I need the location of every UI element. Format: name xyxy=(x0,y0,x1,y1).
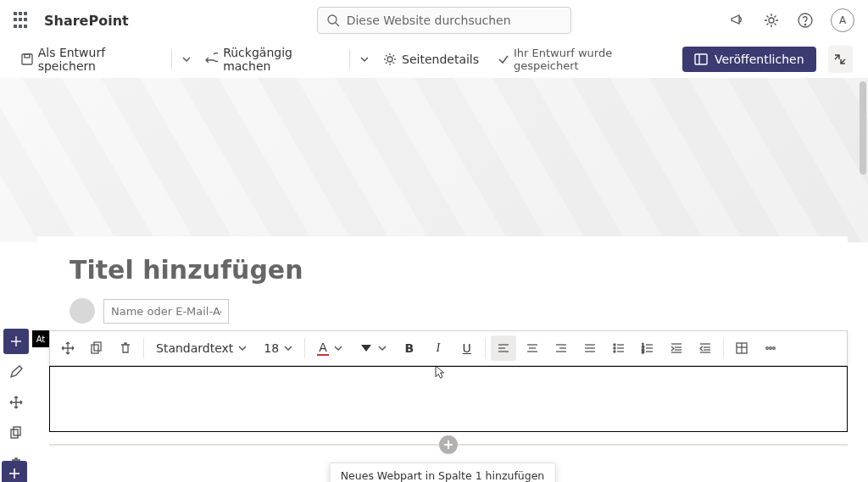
more-button[interactable] xyxy=(758,335,783,361)
divider xyxy=(171,49,172,69)
plus-icon xyxy=(443,440,453,450)
check-icon xyxy=(498,53,509,65)
page-details-button[interactable]: Seitendetails xyxy=(378,49,484,69)
svg-rect-17 xyxy=(94,342,101,351)
number-list-icon: 123 xyxy=(641,341,654,355)
webpart-tag: At xyxy=(32,330,49,347)
text-style-dropdown[interactable]: Standardtext xyxy=(149,341,253,355)
bullet-list-icon xyxy=(612,341,626,355)
svg-point-53 xyxy=(765,347,768,350)
align-left-button[interactable] xyxy=(491,335,516,361)
publish-icon xyxy=(694,53,708,66)
user-avatar[interactable]: A xyxy=(831,8,854,32)
align-justify-icon xyxy=(583,341,597,355)
page-title-input[interactable]: Titel hinzufügen xyxy=(70,255,815,285)
copy-button[interactable] xyxy=(3,420,29,446)
font-color-button[interactable]: A xyxy=(310,341,349,356)
duplicate-button[interactable] xyxy=(84,335,109,361)
copy-icon xyxy=(9,426,23,440)
author-name-input[interactable] xyxy=(103,299,229,324)
help-icon[interactable] xyxy=(797,12,814,29)
svg-point-55 xyxy=(772,347,775,350)
highlight-icon xyxy=(359,341,373,355)
move-handle[interactable] xyxy=(55,335,81,361)
chevron-down-icon xyxy=(238,344,247,352)
outdent-icon xyxy=(698,341,712,355)
plus-icon xyxy=(8,467,21,480)
undo-icon xyxy=(205,53,218,66)
trash-icon xyxy=(119,341,132,355)
svg-text:3: 3 xyxy=(642,349,644,354)
search-box[interactable]: Diese Website durchsuchen xyxy=(317,7,571,34)
search-icon xyxy=(326,14,340,27)
svg-point-7 xyxy=(387,57,392,62)
indent-icon xyxy=(670,341,683,355)
italic-icon: I xyxy=(436,341,440,355)
svg-rect-12 xyxy=(11,429,18,438)
align-left-icon xyxy=(497,341,510,355)
italic-button[interactable]: I xyxy=(426,335,451,361)
brand-label: SharePoint xyxy=(44,13,129,29)
more-icon xyxy=(764,341,777,355)
undo-button[interactable]: Rückgängig machen xyxy=(200,42,338,76)
align-right-icon xyxy=(554,341,568,355)
underline-icon: U xyxy=(463,341,471,355)
text-webpart-editor[interactable] xyxy=(49,366,848,432)
svg-rect-6 xyxy=(25,54,30,58)
move-button[interactable] xyxy=(3,390,29,415)
delete-webpart-button[interactable] xyxy=(113,335,138,361)
svg-line-1 xyxy=(336,23,339,26)
table-button[interactable] xyxy=(729,335,754,361)
plus-icon xyxy=(9,335,23,348)
gear-icon[interactable] xyxy=(763,12,780,29)
app-launcher-icon[interactable] xyxy=(14,12,31,29)
svg-point-0 xyxy=(328,15,337,24)
bullet-list-button[interactable] xyxy=(606,335,632,361)
save-status: Ihr Entwurf wurde gespeichert xyxy=(498,47,667,72)
chevron-down-icon xyxy=(284,344,292,352)
svg-rect-13 xyxy=(14,427,20,435)
bold-button[interactable]: B xyxy=(397,335,422,361)
indent-button[interactable] xyxy=(664,335,689,361)
svg-point-32 xyxy=(614,351,615,352)
edit-button[interactable] xyxy=(3,359,29,385)
save-icon xyxy=(20,53,33,66)
save-draft-chevron-icon[interactable] xyxy=(182,55,190,64)
collapse-button[interactable] xyxy=(828,46,853,73)
align-justify-button[interactable] xyxy=(577,335,603,361)
align-center-icon xyxy=(526,341,539,355)
search-placeholder: Diese Website durchsuchen xyxy=(347,14,511,27)
svg-point-31 xyxy=(614,347,615,349)
undo-chevron-icon[interactable] xyxy=(360,55,368,64)
font-size-dropdown[interactable]: 18 xyxy=(257,341,299,355)
chevron-down-icon xyxy=(378,344,387,352)
number-list-button[interactable]: 123 xyxy=(635,335,660,361)
align-center-button[interactable] xyxy=(520,335,545,361)
svg-rect-5 xyxy=(22,54,32,64)
svg-point-54 xyxy=(769,347,771,350)
svg-point-30 xyxy=(614,344,615,346)
megaphone-icon[interactable] xyxy=(729,12,746,29)
save-draft-button[interactable]: Als Entwurf speichern xyxy=(15,42,161,76)
chevron-down-icon xyxy=(334,344,342,352)
move-icon xyxy=(9,396,23,409)
outdent-button[interactable] xyxy=(693,335,718,361)
underline-button[interactable]: U xyxy=(454,335,480,361)
add-webpart-button[interactable] xyxy=(439,435,458,454)
publish-button[interactable]: Veröffentlichen xyxy=(682,47,816,72)
text-toolbar: Standardtext 18 A B I U 123 xyxy=(49,330,848,366)
move-icon xyxy=(61,341,75,355)
command-bar: Als Entwurf speichern Rückgängig machen … xyxy=(0,41,868,78)
settings-icon xyxy=(383,53,397,66)
cursor-icon xyxy=(432,364,446,381)
edit-icon xyxy=(9,365,23,379)
add-section-button[interactable] xyxy=(3,329,29,354)
highlight-button[interactable] xyxy=(353,341,393,355)
collapse-icon xyxy=(833,53,847,66)
scrollbar[interactable] xyxy=(860,81,866,175)
author-avatar xyxy=(70,298,95,324)
copy-icon xyxy=(90,341,103,355)
svg-point-4 xyxy=(804,24,805,25)
align-right-button[interactable] xyxy=(548,335,574,361)
add-section-below-button[interactable] xyxy=(2,461,27,482)
